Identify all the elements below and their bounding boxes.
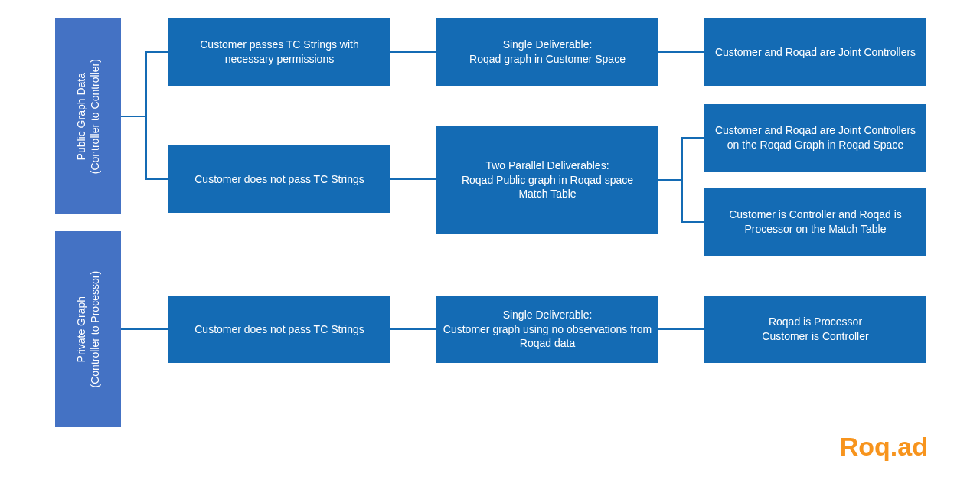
label-public-line1: Public Graph Data — [75, 73, 87, 160]
box-row2-a: Customer does not pass TC Strings — [168, 145, 390, 213]
box-row1-c: Customer and Roqad are Joint Controllers — [704, 18, 926, 86]
conn-pub-bot — [145, 178, 168, 180]
conn-r1-ab — [390, 51, 436, 53]
box-row1-b: Single Deliverable: Roqad graph in Custo… — [436, 18, 658, 86]
conn-r2-top — [681, 137, 704, 139]
label-private-line1: Private Graph — [75, 296, 87, 362]
text-row3-b1: Single Deliverable: — [503, 309, 593, 321]
text-row2-b1: Two Parallel Deliverables: — [485, 159, 609, 172]
text-row1-a: Customer passes TC Strings with necessar… — [175, 38, 384, 67]
box-row3-a: Customer does not pass TC Strings — [168, 296, 390, 363]
text-row3-b2: Customer graph using no observations fro… — [443, 323, 652, 350]
brand-text: Roq.ad — [840, 432, 928, 461]
conn-r3-bc — [658, 328, 704, 330]
text-row2-b3: Match Table — [518, 188, 576, 200]
box-row2-b: Two Parallel Deliverables: Roqad Public … — [436, 126, 658, 234]
text-row2-b2: Roqad Public graph in Roqad space — [462, 174, 633, 186]
label-public-graph: Public Graph Data (Controller to Control… — [55, 18, 121, 214]
text-row3-c2: Customer is Controller — [762, 330, 868, 342]
text-row1-c: Customer and Roqad are Joint Controllers — [715, 45, 916, 60]
text-row2-c1: Customer and Roqad are Joint Controllers… — [710, 123, 920, 152]
label-private-line2: (Controller to Processor) — [89, 271, 101, 388]
conn-r2-vert — [681, 137, 683, 223]
conn-r3-ab — [390, 328, 436, 330]
box-row2-c2: Customer is Controller and Roqad is Proc… — [704, 188, 926, 256]
text-row3-c1: Roqad is Processor — [769, 315, 862, 328]
conn-pub-stem — [121, 116, 145, 117]
conn-pub-vert — [145, 51, 147, 180]
box-row2-c1: Customer and Roqad are Joint Controllers… — [704, 104, 926, 172]
conn-r2-ab — [390, 178, 436, 180]
label-private-graph: Private Graph (Controller to Processor) — [55, 231, 121, 427]
text-row1-b1: Single Deliverable: — [503, 38, 593, 51]
box-row1-a: Customer passes TC Strings with necessar… — [168, 18, 390, 86]
brand-logo: Roq.ad — [840, 432, 928, 462]
text-row1-b2: Roqad graph in Customer Space — [469, 53, 626, 65]
conn-priv-a — [121, 328, 168, 330]
conn-r2-b-stem — [658, 179, 681, 181]
box-row3-b: Single Deliverable: Customer graph using… — [436, 296, 658, 363]
text-row2-c2: Customer is Controller and Roqad is Proc… — [710, 207, 920, 237]
text-row2-a: Customer does not pass TC Strings — [194, 172, 364, 187]
conn-pub-top — [145, 51, 168, 53]
text-row3-a: Customer does not pass TC Strings — [194, 322, 364, 337]
label-public-line2: (Controller to Controller) — [89, 59, 101, 174]
conn-r1-bc — [658, 51, 704, 53]
conn-r2-bot — [681, 221, 704, 223]
box-row3-c: Roqad is Processor Customer is Controlle… — [704, 296, 926, 363]
